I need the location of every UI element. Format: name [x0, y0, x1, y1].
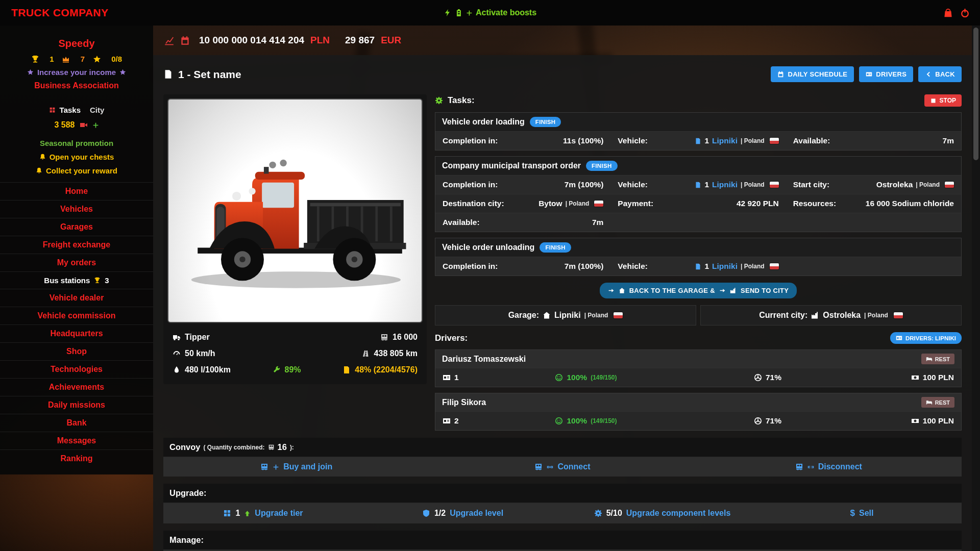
bus-icon — [795, 463, 803, 471]
sidebar-item-bank[interactable]: Bank — [0, 414, 153, 432]
bed-icon — [926, 356, 933, 362]
calendar-icon[interactable] — [180, 36, 190, 45]
link-icon — [547, 464, 553, 470]
road-icon — [362, 349, 370, 358]
finish-button[interactable]: FINISH — [586, 161, 618, 171]
back-to-garage-label: BACK TO THE GARAGE & — [629, 287, 715, 294]
unlink-icon — [807, 464, 814, 470]
top-bar: TRUCK COMPANY Activate boosts — [0, 0, 980, 26]
convoy-connect-link[interactable]: Connect — [429, 462, 695, 471]
scrollbar-track[interactable] — [972, 26, 980, 551]
sidebar-item-vehicle-dealer[interactable]: Vehicle dealer — [0, 289, 153, 307]
drivers-button[interactable]: DRIVERS — [859, 66, 913, 82]
sidebar-item-vehicle-commission[interactable]: Vehicle commission — [0, 307, 153, 324]
buy-gold-plus-icon[interactable] — [92, 122, 99, 129]
cart-icon[interactable] — [943, 8, 953, 18]
scrollbar-thumb[interactable] — [973, 28, 978, 160]
sidebar-item-achievements[interactable]: Achievements — [0, 378, 153, 396]
sidebar-item-vehicles[interactable]: Vehicles — [0, 200, 153, 218]
cargo-doc-icon — [342, 366, 351, 374]
vehicle-city-link[interactable]: Lipniki — [712, 136, 738, 145]
destination-country: | Poland — [566, 200, 590, 207]
collect-reward-link[interactable]: Collect your reward — [0, 166, 153, 175]
smiley-icon — [555, 417, 563, 425]
upgrade-components-link[interactable]: 5/10 Upgrade component levels — [562, 508, 762, 518]
vehicle-number: 1 — [704, 262, 709, 271]
drivers-title: Drivers: — [435, 333, 468, 343]
tab-tasks[interactable]: Tasks — [49, 106, 81, 114]
main-content: 10 000 000 014 414 204 PLN 29 867 EUR 1 … — [153, 26, 972, 551]
sidebar-item-my-orders[interactable]: My orders — [0, 254, 153, 271]
tier-number: 1 — [235, 509, 240, 518]
sidebar-item-garages[interactable]: Garages — [0, 218, 153, 236]
ad-video-icon[interactable] — [80, 121, 88, 129]
trophy-icon — [31, 55, 39, 63]
vehicle-label: Vehicle: — [618, 136, 648, 145]
trophy-icon — [94, 277, 101, 284]
vehicle-country: | Poland — [741, 137, 765, 144]
task-card-municipal-order: Company municipal transport order FINISH… — [435, 156, 962, 232]
bell-icon — [36, 167, 42, 174]
power-icon[interactable] — [960, 8, 970, 18]
vehicle-city-link[interactable]: Lipniki — [712, 262, 738, 271]
available-label: Available: — [443, 218, 480, 227]
finish-button[interactable]: FINISH — [530, 117, 561, 127]
truck-icon — [173, 333, 181, 341]
driver-name[interactable]: Dariusz Tomaszewski — [442, 355, 526, 364]
poland-flag-icon — [770, 263, 779, 269]
poland-flag-icon — [894, 312, 903, 318]
activate-boosts-button[interactable]: Activate boosts — [444, 8, 536, 17]
increase-income-link[interactable]: Increase your income — [0, 68, 153, 77]
sidebar-item-home[interactable]: Home — [0, 182, 153, 200]
chart-icon[interactable] — [164, 36, 174, 45]
current-country: | Poland — [864, 312, 888, 319]
drivers-lipniki-button[interactable]: DRIVERS: LIPNIKI — [890, 332, 962, 344]
stop-button[interactable]: STOP — [924, 94, 962, 107]
sidebar-item-shop[interactable]: Shop — [0, 342, 153, 360]
bus-icon — [268, 444, 275, 450]
back-button[interactable]: BACK — [918, 66, 962, 82]
drivers-button-label: DRIVERS — [876, 70, 906, 78]
finish-button[interactable]: FINISH — [540, 242, 571, 253]
chevron-left-icon — [925, 71, 932, 78]
completion-label: Completion in: — [443, 262, 498, 271]
driver-name[interactable]: Filip Sikora — [442, 398, 486, 407]
company-name[interactable]: Speedy — [0, 38, 153, 49]
upgrade-level-link[interactable]: 1/2 Upgrade level — [363, 508, 562, 518]
business-association-link[interactable]: Business Association — [0, 81, 153, 90]
lightning-icon — [444, 9, 452, 17]
rest-button[interactable]: REST — [921, 397, 954, 408]
vehicle-city-link[interactable]: Lipniki — [712, 180, 738, 189]
sell-link[interactable]: $ Sell — [762, 508, 962, 518]
increase-income-label: Increase your income — [37, 68, 116, 77]
vehicle-country: | Poland — [741, 263, 765, 270]
city-icon — [811, 311, 819, 319]
driver-pay: 100 PLN — [923, 373, 954, 382]
upgrade-tier-link[interactable]: 1 Upgrade tier — [163, 508, 363, 518]
sidebar-item-headquarters[interactable]: Headquarters — [0, 324, 153, 342]
sidebar-item-bus-stations[interactable]: Bus stations 3 — [0, 271, 153, 289]
back-to-garage-send-to-city-button[interactable]: BACK TO THE GARAGE & SEND TO CITY — [600, 283, 797, 298]
sidebar-item-messages[interactable]: Messages — [0, 432, 153, 449]
document-icon — [695, 182, 701, 188]
drivers-lipniki-label: DRIVERS: LIPNIKI — [905, 335, 956, 341]
daily-schedule-button[interactable]: DAILY SCHEDULE — [771, 66, 854, 82]
current-city: Ostroleka — [823, 311, 861, 320]
document-icon — [163, 69, 173, 79]
sidebar-item-freight-exchange[interactable]: Freight exchange — [0, 236, 153, 254]
sidebar-item-technologies[interactable]: Technologies — [0, 360, 153, 378]
convoy-disconnect-link[interactable]: Disconnect — [696, 462, 962, 471]
tab-city[interactable]: City — [90, 106, 104, 114]
open-chests-link[interactable]: Open your chests — [0, 153, 153, 161]
convoy-buy-join-link[interactable]: Buy and join — [163, 462, 429, 471]
sell-label: Sell — [859, 509, 873, 518]
destination-city: Bytow — [538, 199, 562, 208]
convoy-title: Convoy — [169, 442, 201, 452]
sidebar-item-ranking[interactable]: Ranking — [0, 449, 153, 467]
rest-button[interactable]: REST — [921, 354, 954, 364]
seasonal-promotion-link[interactable]: Seasonal promotion — [0, 139, 153, 147]
sidebar-item-daily-missions[interactable]: Daily missions — [0, 396, 153, 414]
available-value: 7m — [943, 136, 954, 145]
driver-happiness-detail: (149/150) — [591, 374, 617, 381]
driver-skill: 71% — [766, 373, 781, 382]
